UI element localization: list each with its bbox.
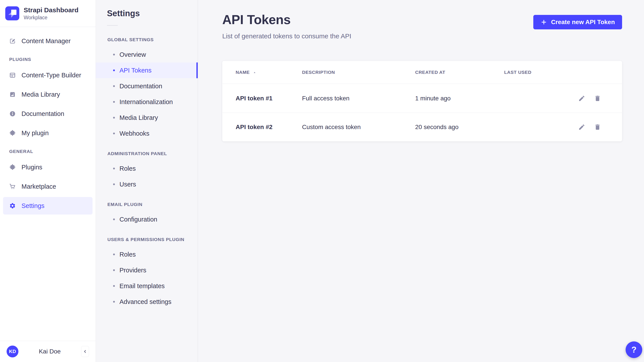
pencil-icon — [578, 124, 585, 130]
nav-item-label: Media Library — [22, 91, 60, 98]
table-row[interactable]: API token #2 Custom access token 20 seco… — [222, 113, 622, 141]
settings-section-header: EMAIL PLUGIN — [108, 202, 198, 207]
layout-grid-icon — [9, 72, 16, 78]
settings-section-admin-panel: ADMINISTRATION PANEL Roles Users — [96, 151, 198, 192]
settings-nav-item-label: Roles — [120, 251, 136, 258]
delete-token-button[interactable] — [593, 122, 602, 132]
settings-nav-item-configuration[interactable]: Configuration — [96, 212, 198, 227]
main-nav: Content Manager PLUGINS Content-Type Bui… — [0, 27, 96, 341]
settings-nav-item-overview[interactable]: Overview — [96, 47, 198, 62]
settings-nav-item-users[interactable]: Users — [96, 176, 198, 192]
settings-section-email-plugin: EMAIL PLUGIN Configuration — [96, 202, 198, 227]
settings-nav-item-advanced-settings[interactable]: Advanced settings — [96, 294, 198, 310]
picture-icon — [9, 91, 16, 98]
settings-section-global: GLOBAL SETTINGS Overview API Tokens Docu… — [96, 37, 198, 141]
settings-nav-item-label: Email templates — [120, 282, 164, 290]
bullet-icon — [113, 101, 115, 103]
settings-nav-item-api-tokens[interactable]: API Tokens — [96, 62, 198, 78]
token-created-at: 1 minute ago — [415, 95, 504, 102]
row-actions — [569, 122, 602, 132]
bullet-icon — [113, 301, 115, 302]
bullet-icon — [113, 85, 115, 87]
gear-icon — [9, 202, 16, 209]
bullet-icon — [113, 54, 115, 56]
bullet-icon — [113, 117, 115, 118]
settings-nav-item-internationalization[interactable]: Internationalization — [96, 94, 198, 110]
nav-item-content-type-builder[interactable]: Content-Type Builder — [3, 66, 92, 84]
nav-item-media-library[interactable]: Media Library — [3, 86, 92, 103]
nav-item-plugins[interactable]: Plugins — [3, 158, 92, 176]
workspace-title: Strapi Dashboard — [24, 6, 78, 14]
settings-nav-item-label: API Tokens — [120, 67, 152, 74]
settings-sidebar-title: Settings — [107, 9, 198, 18]
settings-nav-item-webhooks[interactable]: Webhooks — [96, 126, 198, 141]
column-header-label: DESCRIPTION — [302, 70, 335, 75]
strapi-logo-icon — [5, 6, 19, 20]
column-header-description: DESCRIPTION — [302, 70, 415, 75]
column-header-label: NAME — [236, 70, 250, 75]
settings-nav-item-providers[interactable]: Providers — [96, 262, 198, 278]
bullet-icon — [113, 132, 115, 134]
settings-nav-item-label: Users — [120, 181, 136, 188]
delete-token-button[interactable] — [593, 94, 602, 103]
nav-item-label: Settings — [22, 202, 44, 210]
user-avatar[interactable]: KD — [6, 346, 18, 358]
question-mark-icon: ? — [631, 345, 636, 354]
plus-icon — [540, 19, 547, 26]
table-row[interactable]: API token #1 Full access token 1 minute … — [222, 84, 622, 113]
sort-ascending-icon — [253, 70, 256, 74]
api-tokens-table: NAME DESCRIPTION CREATED AT LAST USED AP — [222, 61, 622, 141]
settings-nav-item-label: Configuration — [120, 216, 158, 223]
column-header-last-used: LAST USED — [504, 70, 569, 75]
nav-item-my-plugin[interactable]: My plugin — [3, 124, 92, 142]
settings-nav-item-label: Media Library — [120, 114, 158, 122]
settings-nav-item-documentation[interactable]: Documentation — [96, 78, 198, 94]
token-description: Custom access token — [302, 124, 415, 130]
settings-nav-item-label: Roles — [120, 165, 136, 172]
column-header-created-at: CREATED AT — [415, 70, 504, 75]
edit-token-button[interactable] — [577, 122, 586, 132]
column-header-name[interactable]: NAME — [236, 70, 302, 75]
settings-nav-item-email-templates[interactable]: Email templates — [96, 278, 198, 294]
nav-item-marketplace[interactable]: Marketplace — [3, 178, 92, 195]
page-heading-block: API Tokens List of generated tokens to c… — [222, 12, 351, 40]
help-button[interactable]: ? — [626, 342, 642, 358]
chevron-left-icon — [83, 349, 88, 354]
main-sidebar: Strapi Dashboard Workplace Content Manag… — [0, 0, 96, 362]
page-title: API Tokens — [222, 12, 351, 27]
workspace-switcher[interactable]: Strapi Dashboard Workplace — [0, 0, 96, 27]
bullet-icon — [113, 70, 115, 71]
settings-nav-item-media-library[interactable]: Media Library — [96, 110, 198, 126]
main-content: API Tokens List of generated tokens to c… — [198, 0, 644, 362]
settings-nav-item-label: Overview — [120, 51, 146, 58]
bullet-icon — [113, 254, 115, 255]
table-header-row: NAME DESCRIPTION CREATED AT LAST USED — [222, 61, 622, 84]
trash-icon — [594, 124, 601, 130]
info-circle-icon — [9, 110, 16, 117]
nav-item-documentation[interactable]: Documentation — [3, 105, 92, 122]
user-name: Kai Doe — [18, 348, 81, 355]
bullet-icon — [113, 168, 115, 170]
cart-icon — [9, 183, 16, 190]
workspace-subtitle: Workplace — [24, 15, 78, 20]
settings-nav-item-label: Documentation — [120, 82, 162, 90]
settings-nav-item-up-roles[interactable]: Roles — [96, 246, 198, 262]
create-api-token-label: Create new API Token — [551, 19, 615, 26]
workspace-text: Strapi Dashboard Workplace — [24, 6, 78, 20]
nav-item-label: Documentation — [22, 110, 64, 118]
settings-section-header: ADMINISTRATION PANEL — [108, 151, 198, 156]
token-description: Full access token — [302, 95, 415, 102]
create-api-token-button[interactable]: Create new API Token — [533, 15, 622, 29]
nav-item-settings[interactable]: Settings — [3, 197, 92, 214]
bullet-icon — [113, 269, 115, 271]
settings-nav-item-roles[interactable]: Roles — [96, 160, 198, 176]
settings-nav-item-label: Internationalization — [120, 98, 173, 106]
edit-token-button[interactable] — [577, 94, 586, 103]
settings-nav-item-label: Providers — [120, 267, 146, 274]
nav-item-label: My plugin — [22, 130, 49, 137]
page-header: API Tokens List of generated tokens to c… — [222, 12, 622, 40]
puzzle-icon — [9, 164, 16, 170]
nav-item-content-manager[interactable]: Content Manager — [3, 32, 92, 50]
collapse-sidebar-button[interactable] — [81, 346, 89, 357]
feather-pen-icon — [9, 38, 16, 44]
